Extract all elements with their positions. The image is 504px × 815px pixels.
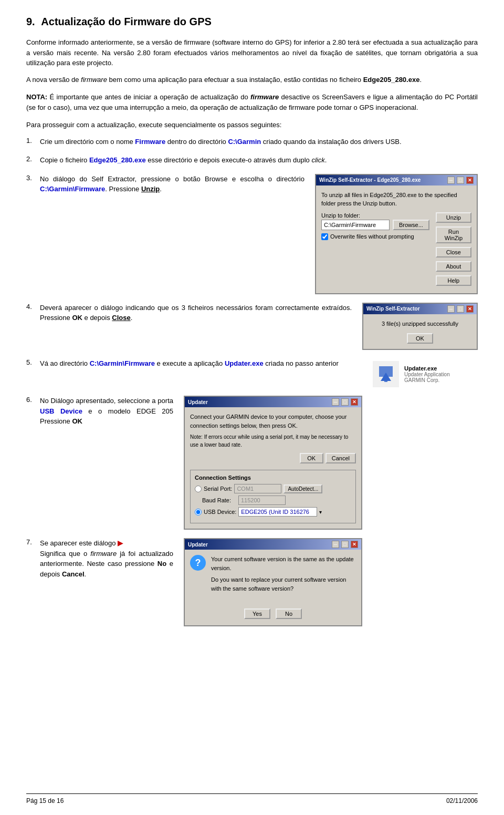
winzip2-ok-button[interactable]: OK — [407, 333, 433, 344]
step-2: 2. Copie o ficheiro Edge205_280.exe esse… — [26, 155, 478, 166]
winzip-close-button[interactable]: Close — [436, 247, 471, 257]
question-minimize-icon[interactable]: ─ — [332, 541, 339, 548]
updater-dialog-1: Updater ─ □ ✕ Connect your GARMIN device… — [184, 396, 362, 530]
page-title: Actualização do Firmware do GPS — [41, 16, 212, 27]
step-6-container: 6. No Diálogo apresentado, seleccione a … — [26, 396, 478, 530]
paragraph-2: A nova versão de firmware bem como uma a… — [26, 75, 478, 85]
usb-input[interactable] — [238, 507, 317, 517]
step-1: 1. Crie um directório com o nome Firmwar… — [26, 137, 478, 147]
close-icon-2[interactable]: ✕ — [466, 305, 474, 313]
minimize-icon[interactable]: ─ — [447, 177, 455, 184]
winzip2-titlebar: WinZip Self-Extractor ─ □ ✕ — [363, 304, 477, 314]
page-number: Pág 15 de 16 — [26, 797, 64, 804]
about-button[interactable]: About — [436, 261, 471, 272]
paragraph-1: Conforme informado anteriormente, se a v… — [26, 37, 478, 68]
unzip-folder-input[interactable] — [321, 220, 390, 230]
updater-maximize-icon[interactable]: □ — [341, 398, 349, 406]
question-titlebar: Updater ─ □ ✕ — [185, 539, 361, 550]
page-footer: Pág 15 de 16 02/11/2006 — [26, 793, 478, 804]
updater-corp: GARMIN Corp. — [404, 377, 450, 383]
minimize-icon-2[interactable]: ─ — [447, 305, 455, 313]
question-mark-icon: ? — [190, 555, 206, 571]
step-7-container: 7. Se aparecer este diálogo ▶ Significa … — [26, 538, 478, 626]
step-3-container: 3. No diálogo do Self Extractor, pressio… — [26, 174, 478, 294]
section-number: 9. — [26, 16, 35, 27]
run-winzip-button[interactable]: Run WinZip — [436, 226, 471, 243]
maximize-icon[interactable]: □ — [457, 177, 464, 184]
unzip-button[interactable]: Unzip — [436, 212, 471, 223]
maximize-icon-2[interactable]: □ — [457, 305, 464, 313]
page-date: 02/11/2006 — [446, 797, 478, 804]
winzip-dialog-2: WinZip Self-Extractor ─ □ ✕ 3 file(s) un… — [362, 303, 478, 350]
steps-intro: Para prosseguir com a actualização, exec… — [26, 120, 478, 130]
autodetect-button[interactable]: AutoDetect... — [284, 484, 322, 493]
updater-close-icon[interactable]: ✕ — [351, 398, 358, 406]
garmin-icon — [373, 361, 399, 387]
winzip-dialog-1: WinZip Self-Extractor - Edge205_280.exe … — [315, 174, 478, 294]
yes-button[interactable]: Yes — [244, 608, 270, 619]
no-button[interactable]: No — [276, 608, 302, 619]
step-5-container: 5. Vá ao directório C:\Garmin\Firmware e… — [26, 358, 478, 387]
usb-radio[interactable] — [195, 509, 202, 515]
updater-dialog-2: Updater ─ □ ✕ ? Your current software ve… — [184, 538, 362, 626]
updater-exe-name: Updater.exe — [404, 365, 450, 372]
winzip-titlebar-1: WinZip Self-Extractor - Edge205_280.exe … — [316, 175, 477, 185]
browse-button[interactable]: Browse... — [393, 220, 429, 230]
updater-minimize-icon[interactable]: ─ — [332, 398, 339, 406]
updater-ok-button[interactable]: OK — [300, 453, 323, 463]
serial-radio[interactable] — [195, 486, 202, 492]
question-maximize-icon[interactable]: □ — [341, 541, 349, 548]
note-block: NOTA: É importante que antes de iniciar … — [26, 92, 478, 112]
baud-input[interactable] — [238, 496, 286, 505]
updater-app-name: Updater Application — [404, 372, 450, 377]
step-4-container: 4. Deverá aparecer o diálogo indicando q… — [26, 303, 478, 350]
close-icon[interactable]: ✕ — [466, 177, 474, 184]
question-close-icon[interactable]: ✕ — [351, 541, 358, 548]
overwrite-checkbox[interactable] — [321, 233, 328, 240]
serial-input[interactable] — [234, 484, 281, 493]
help-button[interactable]: Help — [436, 275, 471, 286]
updater-cancel-button[interactable]: Cancel — [326, 453, 356, 463]
updater-titlebar: Updater ─ □ ✕ — [185, 397, 361, 407]
updater-icon-area: Updater.exe Updater Application GARMIN C… — [373, 361, 478, 387]
